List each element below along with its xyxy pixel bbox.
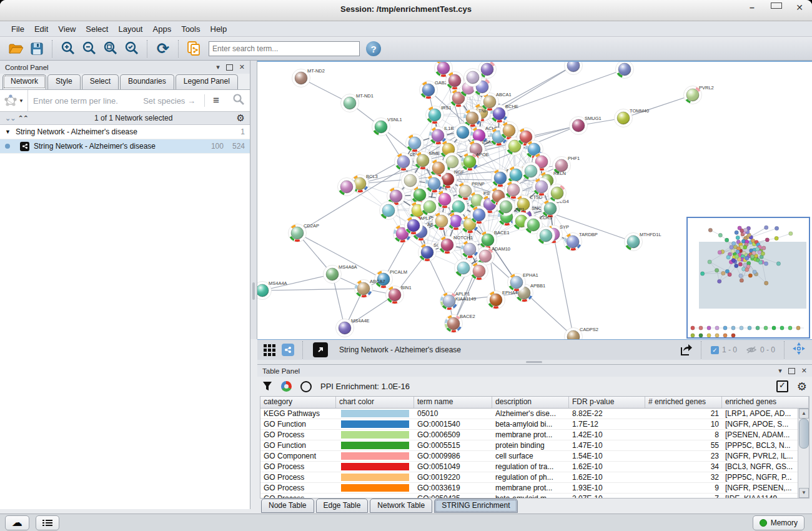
network-node[interactable]: MTHFD1L [625,232,661,251]
network-node[interactable]: MT-ND2 [292,68,325,87]
table-row[interactable]: GO ProcessGO:0051049regulation of tra...… [260,462,798,472]
table-scrollbar[interactable]: ▲ ▼ [798,409,809,498]
network-node[interactable]: APOE [461,152,489,171]
network-node[interactable] [455,259,473,277]
col-term-name[interactable]: term name [414,397,492,408]
cloud-tasks-button[interactable]: ☁ [5,515,29,530]
enrichment-chart-icon[interactable] [281,381,292,392]
h-splitter-handle[interactable] [526,361,542,363]
scroll-up-arrow[interactable]: ▲ [799,409,809,419]
scroll-down-arrow[interactable]: ▼ [799,488,809,498]
minimize-button[interactable]: – [747,2,757,12]
network-row-selected[interactable]: String Network - Alzheimer's disease 100… [0,139,250,154]
network-node[interactable]: BIN1 [386,285,412,304]
collapse-all-icon[interactable]: ⌄⌄ [5,114,15,122]
navigate-compass-icon[interactable] [792,342,806,358]
zoom-fit-button[interactable] [101,39,121,58]
network-node[interactable] [616,62,634,79]
network-node[interactable] [421,198,439,216]
network-node[interactable] [500,122,518,140]
table-row[interactable]: KEGG Pathways05010Alzheimer's dise...8.8… [260,409,798,419]
maximize-button[interactable] [771,2,781,12]
panel-float-icon[interactable] [226,64,233,71]
clone-network-button[interactable] [184,39,204,58]
network-node[interactable]: MS4A6A [324,264,357,284]
network-node[interactable] [446,72,464,90]
search-input[interactable] [209,41,360,56]
network-node[interactable] [461,241,479,259]
tree-expand-icon[interactable]: ▼ [5,129,11,135]
tab-node-table[interactable]: Node Table [261,499,314,513]
close-button[interactable]: ✕ [795,2,805,12]
network-node[interactable]: TARDBP [564,232,598,251]
string-search-button[interactable] [227,93,250,108]
table-row[interactable]: GO FunctionGO:0001540beta-amyloid bi...1… [260,419,798,430]
refresh-button[interactable]: ⟳ [153,39,173,58]
export-network-button[interactable] [676,340,696,359]
network-node[interactable] [380,202,398,220]
menu-view[interactable]: View [53,24,81,34]
zoom-out-button[interactable] [79,39,99,58]
memory-button[interactable]: Memory [753,515,805,530]
network-node[interactable]: CADPS2 [565,327,599,339]
tab-edge-table[interactable]: Edge Table [316,499,369,513]
col-num-genes[interactable]: # enriched genes [645,397,722,408]
vertical-splitter[interactable] [250,61,257,339]
menu-tools[interactable]: Tools [176,24,205,34]
network-node[interactable] [533,178,551,196]
birds-eye-overview[interactable] [686,217,810,339]
zoom-in-button[interactable] [58,39,78,58]
network-node[interactable] [338,178,356,196]
string-view-icon[interactable] [282,344,294,356]
network-node[interactable]: MS4A4E [336,318,370,337]
tab-legend-panel[interactable]: Legend Panel [176,74,238,89]
filter-icon[interactable] [262,381,272,392]
network-node[interactable] [470,206,488,224]
open-session-button[interactable] [6,39,26,58]
panel-menu-icon[interactable]: ▾ [216,63,220,71]
network-node[interactable] [505,181,523,199]
zoom-selected-button[interactable] [122,39,142,58]
network-node[interactable] [470,262,488,280]
menu-edit[interactable]: Edit [29,24,53,34]
ring-chart-icon[interactable] [300,381,312,392]
tab-boundaries[interactable]: Boundaries [120,74,174,89]
col-fdr[interactable]: FDR p-value [569,397,645,408]
panel-close-icon[interactable]: ✕ [239,63,245,71]
col-description[interactable]: description [492,397,569,408]
menu-help[interactable]: Help [205,24,232,34]
menu-select[interactable]: Select [81,24,113,34]
network-node[interactable]: TOMM40 [615,108,650,127]
tab-network-table[interactable]: Network Table [370,499,432,513]
network-node[interactable]: GAB2 [420,80,448,99]
table-panel-menu-icon[interactable]: ▾ [778,367,782,375]
network-node[interactable] [402,172,420,190]
network-node[interactable] [430,159,448,177]
network-node[interactable]: APLP1KIAA1149 [440,291,477,310]
table-panel-close-icon[interactable]: ✕ [801,367,807,375]
network-node[interactable] [522,162,540,181]
network-node[interactable]: CD2AP [289,223,320,242]
network-node[interactable]: ADAMTS2 [565,62,602,75]
network-node[interactable]: BACE2 [445,314,475,333]
splitter-handle[interactable] [252,282,255,300]
menu-layout[interactable]: Layout [113,24,147,34]
network-node[interactable]: ABCA7 [355,279,385,298]
network-node[interactable]: EPHA4 [487,290,518,309]
col-category[interactable]: category [260,397,336,408]
network-node[interactable] [425,175,443,193]
tab-style[interactable]: Style [47,74,81,89]
menu-apps[interactable]: Apps [148,24,177,34]
network-node[interactable]: SMUG1 [570,116,602,135]
expand-all-icon[interactable]: ⌃⌃ [17,114,27,122]
col-chart-color[interactable]: chart color [336,397,414,408]
network-node[interactable] [454,124,472,142]
horizontal-splitter[interactable] [257,360,812,364]
string-options-button[interactable]: ≡ [204,94,227,107]
network-node[interactable]: PVRL2 [684,85,714,104]
network-node[interactable]: VSNL1 [372,117,402,136]
tab-string-enrichment[interactable]: STRING Enrichment [434,499,517,513]
view-grid-icon[interactable] [264,344,275,356]
table-row[interactable]: GO FunctionGO:0005515protein binding1.47… [260,440,798,451]
menu-file[interactable]: File [6,24,29,34]
